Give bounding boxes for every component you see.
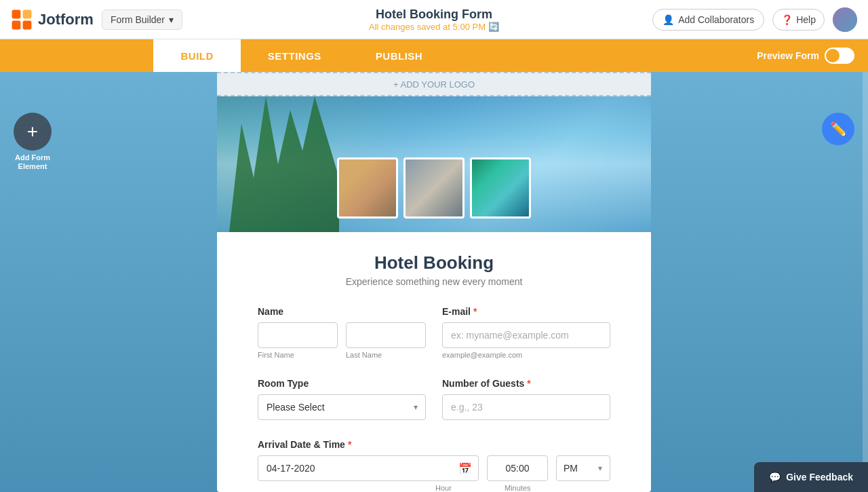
minutes-label: Minutes bbox=[505, 484, 559, 492]
email-required-star: * bbox=[473, 306, 477, 317]
thumbnail-1 bbox=[337, 157, 398, 219]
name-field-col: Name First Name Last Name bbox=[258, 306, 426, 359]
tab-settings[interactable]: SETTINGS bbox=[241, 39, 349, 72]
room-guests-section: Room Type Please Select Single Double Su… bbox=[258, 378, 610, 420]
form-builder-label: Form Builder bbox=[111, 14, 165, 25]
jotform-logo[interactable]: Jotform bbox=[11, 9, 94, 31]
help-button[interactable]: ❓ Help bbox=[772, 9, 825, 31]
person-icon: 👤 bbox=[663, 14, 674, 25]
email-label: E-mail * bbox=[442, 306, 610, 317]
first-name-field: First Name bbox=[258, 322, 338, 359]
feedback-icon: 💬 bbox=[769, 472, 781, 482]
preview-form-control: Preview Form bbox=[757, 48, 868, 64]
scrollbar[interactable] bbox=[863, 72, 868, 492]
tab-publish[interactable]: PUBLISH bbox=[349, 39, 450, 72]
logo-text: Jotform bbox=[38, 11, 94, 29]
thumbnail-3 bbox=[470, 157, 531, 219]
preview-toggle[interactable] bbox=[825, 48, 854, 64]
form-title: Hotel Booking Form bbox=[369, 7, 499, 22]
tab-build[interactable]: BUILD bbox=[153, 39, 240, 72]
preview-form-label: Preview Form bbox=[757, 50, 819, 61]
name-email-row: Name First Name Last Name bbox=[258, 306, 610, 359]
pencil-icon: ✏️ bbox=[830, 121, 847, 137]
last-name-input[interactable] bbox=[346, 322, 426, 348]
last-name-sublabel: Last Name bbox=[346, 351, 426, 359]
top-bar: Jotform Form Builder ▾ Hotel Booking For… bbox=[0, 0, 868, 39]
ampm-select-wrap: AM PM ▾ bbox=[556, 455, 610, 481]
help-icon: ❓ bbox=[781, 14, 793, 25]
hour-label: Hour bbox=[435, 484, 496, 492]
guests-label: Number of Guests * bbox=[442, 378, 610, 389]
datetime-row: 📅 AM PM ▾ bbox=[258, 455, 610, 481]
room-guests-row: Room Type Please Select Single Double Su… bbox=[258, 378, 610, 420]
add-logo-label: + ADD YOUR LOGO bbox=[393, 79, 475, 90]
guests-col: Number of Guests * bbox=[442, 378, 610, 420]
add-collaborators-label: Add Collaborators bbox=[678, 14, 754, 25]
svg-rect-3 bbox=[23, 20, 32, 29]
add-form-element-button[interactable]: + Add FormElement bbox=[14, 113, 52, 171]
ampm-select[interactable]: AM PM bbox=[556, 455, 610, 481]
svg-rect-2 bbox=[12, 20, 21, 29]
ampm-field: AM PM ▾ bbox=[556, 455, 610, 481]
date-field: 📅 bbox=[258, 455, 479, 481]
svg-rect-1 bbox=[23, 10, 32, 18]
form-builder-button[interactable]: Form Builder ▾ bbox=[102, 10, 182, 30]
first-name-input[interactable] bbox=[258, 322, 338, 348]
give-feedback-button[interactable]: 💬 Give Feedback bbox=[754, 462, 868, 492]
plus-icon: + bbox=[27, 121, 38, 143]
save-status: All changes saved at 5:00 PM 🔄 bbox=[369, 22, 499, 32]
name-sub-fields: First Name Last Name bbox=[258, 322, 426, 359]
help-label: Help bbox=[796, 14, 816, 25]
arrival-required-star: * bbox=[348, 439, 351, 450]
thumbnail-2 bbox=[403, 157, 465, 219]
email-sublabel: example@example.com bbox=[442, 351, 610, 359]
add-element-circle: + bbox=[14, 113, 52, 151]
nav-tabs-center: BUILD SETTINGS PUBLISH bbox=[153, 39, 450, 72]
top-bar-left: Jotform Form Builder ▾ bbox=[11, 9, 182, 31]
room-type-label: Room Type bbox=[258, 378, 426, 389]
give-feedback-label: Give Feedback bbox=[786, 472, 853, 482]
room-type-select-wrap: Please Select Single Double Suite ▾ bbox=[258, 394, 426, 420]
time-field bbox=[487, 455, 548, 481]
add-element-label: Add FormElement bbox=[15, 153, 50, 171]
header-thumbnails bbox=[337, 157, 531, 219]
avatar[interactable] bbox=[833, 7, 857, 32]
top-bar-right: 👤 Add Collaborators ❓ Help bbox=[652, 7, 857, 32]
edit-button[interactable]: ✏️ bbox=[822, 113, 854, 145]
avatar-image bbox=[833, 7, 857, 32]
date-input[interactable] bbox=[258, 455, 479, 481]
form-header-image bbox=[217, 96, 651, 232]
hour-min-labels: Hour Minutes bbox=[258, 484, 610, 492]
svg-rect-0 bbox=[12, 10, 21, 18]
guests-input[interactable] bbox=[442, 394, 610, 420]
main-area: + Add FormElement ✏️ + ADD YOUR LOGO bbox=[0, 72, 868, 492]
email-field-col: E-mail * example@example.com bbox=[442, 306, 610, 359]
form-card: + ADD YOUR LOGO Hotel B bbox=[217, 72, 651, 492]
name-email-section: Name First Name Last Name bbox=[258, 306, 610, 359]
room-type-col: Room Type Please Select Single Double Su… bbox=[258, 378, 426, 420]
guests-required-star: * bbox=[527, 378, 530, 389]
top-bar-center: Hotel Booking Form All changes saved at … bbox=[369, 7, 499, 32]
last-name-field: Last Name bbox=[346, 322, 426, 359]
form-subtitle: Experience something new every moment bbox=[258, 276, 610, 287]
sync-icon: 🔄 bbox=[488, 22, 499, 32]
first-name-sublabel: First Name bbox=[258, 351, 338, 359]
room-type-select[interactable]: Please Select Single Double Suite bbox=[258, 394, 426, 420]
toggle-knob bbox=[826, 49, 840, 62]
nav-tabs: BUILD SETTINGS PUBLISH Preview Form bbox=[0, 39, 868, 72]
add-logo-bar[interactable]: + ADD YOUR LOGO bbox=[217, 72, 651, 96]
name-label: Name bbox=[258, 306, 426, 317]
chevron-down-icon: ▾ bbox=[169, 14, 174, 25]
time-input[interactable] bbox=[487, 455, 548, 481]
form-main-title: Hotel Booking bbox=[258, 252, 610, 273]
add-collaborators-button[interactable]: 👤 Add Collaborators bbox=[652, 9, 764, 31]
email-input[interactable] bbox=[442, 322, 610, 348]
arrival-section: Arrival Date & Time * 📅 AM bbox=[258, 439, 610, 492]
form-heading: Hotel Booking Experience something new e… bbox=[258, 252, 610, 287]
arrival-label: Arrival Date & Time * bbox=[258, 439, 610, 450]
form-body: Hotel Booking Experience something new e… bbox=[217, 232, 651, 492]
